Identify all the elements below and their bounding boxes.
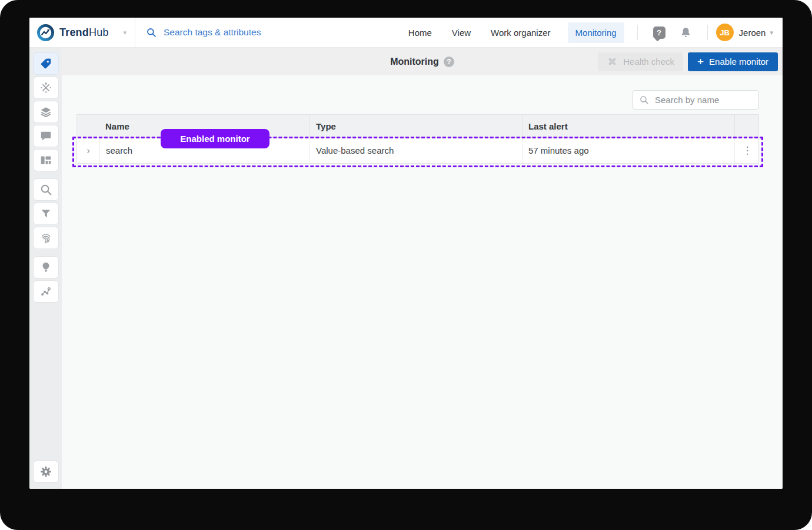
sidebar-item-comments[interactable]: [33, 125, 59, 147]
sidebar-item-settings[interactable]: [33, 461, 59, 483]
nav-home[interactable]: Home: [408, 28, 432, 38]
annotation-badge: Enabled monitor: [161, 129, 269, 148]
nav-view[interactable]: View: [452, 28, 471, 38]
tag-icon: [39, 57, 52, 70]
sidebar-item-tags[interactable]: [33, 52, 59, 75]
app-window: TrendHub ▾ Home View Work organizer Moni…: [29, 18, 783, 489]
main-area: Monitoring ? Health check: [62, 48, 783, 489]
column-header-last-alert: Last alert: [522, 115, 734, 137]
sidebar-item-fingerprint[interactable]: [33, 227, 59, 249]
workspace-switcher[interactable]: TrendHub ▾: [29, 18, 135, 47]
search-icon: [146, 27, 157, 38]
header-divider: [637, 25, 638, 40]
top-header: TrendHub ▾ Home View Work organizer Moni…: [29, 18, 783, 48]
avatar[interactable]: JB: [716, 24, 734, 41]
row-expand-cell: ›: [77, 138, 99, 163]
enable-monitor-label: Enable monitor: [709, 57, 768, 67]
name-search-input[interactable]: [654, 94, 753, 105]
actions-column-header: [734, 115, 760, 137]
nav-monitoring[interactable]: Monitoring: [568, 22, 624, 43]
search-icon: [39, 183, 52, 196]
page-help-icon[interactable]: ?: [444, 57, 454, 67]
trendhub-logo-icon: [36, 24, 55, 42]
sidebar-item-layers[interactable]: [33, 101, 59, 123]
workspace-caret-icon: ▾: [123, 29, 127, 37]
sidebar-item-dashboards[interactable]: [33, 149, 59, 171]
health-check-button[interactable]: Health check: [598, 52, 683, 71]
page-title: Monitoring: [390, 57, 439, 67]
monitors-panel: Name Type Last alert › search Value-base…: [62, 75, 783, 489]
notifications-bell-icon[interactable]: [680, 26, 692, 39]
help-icon[interactable]: ?: [653, 26, 665, 39]
global-search-input[interactable]: [162, 26, 353, 38]
sidebar-item-insights[interactable]: [33, 256, 59, 279]
header-right: Home View Work organizer Monitoring ? JB…: [398, 22, 783, 43]
layers-icon: [39, 105, 52, 118]
health-check-icon: [607, 56, 618, 67]
sidebar-item-filter[interactable]: [33, 203, 59, 225]
page-toolbar: Monitoring ? Health check: [62, 48, 783, 75]
comment-icon: [39, 130, 52, 143]
gear-icon: [39, 465, 52, 478]
fingerprint-icon: [39, 231, 52, 244]
search-icon: [639, 95, 649, 105]
lightbulb-icon: [39, 261, 52, 274]
plus-icon: +: [697, 56, 704, 67]
header-divider: [707, 25, 708, 40]
funnel-icon: [39, 207, 52, 220]
global-search: [135, 26, 398, 38]
sidebar-item-search[interactable]: [33, 178, 59, 201]
kebab-menu-icon[interactable]: ⋮: [743, 148, 753, 153]
math-functions-icon: [39, 81, 52, 94]
row-type-cell: Value-based search: [310, 138, 522, 163]
left-sidebar: [29, 48, 62, 489]
sidebar-item-calculations[interactable]: [33, 77, 59, 99]
enable-monitor-button[interactable]: + Enable monitor: [688, 52, 778, 71]
chevron-right-icon[interactable]: ›: [86, 145, 90, 155]
expander-column-header: [77, 115, 99, 137]
user-name[interactable]: Jeroen: [739, 28, 766, 38]
user-menu-caret-icon[interactable]: ▾: [770, 29, 773, 37]
health-check-label: Health check: [623, 57, 674, 67]
row-actions-cell: ⋮: [734, 138, 760, 163]
graph-nodes-icon: [39, 285, 52, 298]
row-last-alert-cell: 57 minutes ago: [522, 138, 734, 163]
toolbar-actions: Health check + Enable monitor: [598, 48, 778, 75]
dashboard-layout-icon: [39, 154, 52, 167]
brand-name: TrendHub: [59, 26, 109, 39]
name-search: [633, 90, 759, 110]
column-header-type: Type: [310, 115, 522, 137]
sidebar-item-relations[interactable]: [33, 280, 59, 303]
nav-work-organizer[interactable]: Work organizer: [491, 28, 550, 38]
